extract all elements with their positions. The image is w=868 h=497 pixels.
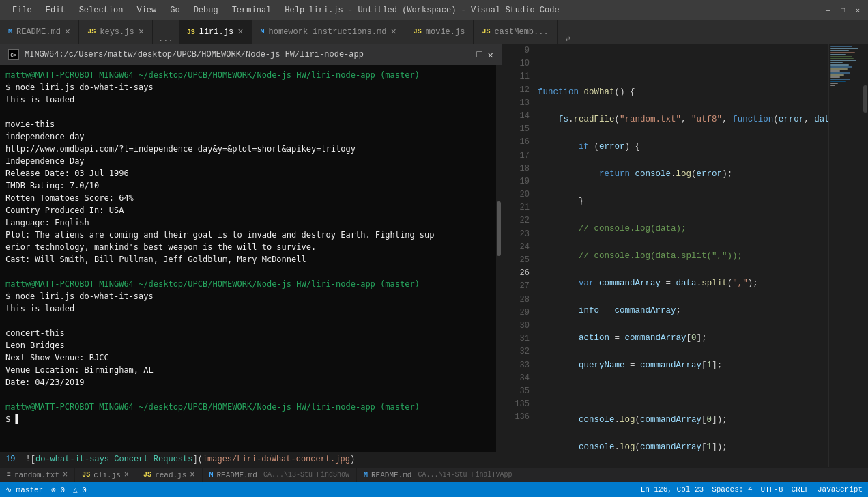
tab-icon-js-movie: JS — [414, 28, 422, 36]
mm-line — [830, 83, 838, 84]
bottom-tab-random[interactable]: ≡ random.txt × — [0, 468, 75, 483]
menu-bar: File Edit Selection View Go Debug Termin… — [5, 3, 311, 18]
terminal-icon: C> — [8, 49, 19, 60]
menu-go[interactable]: Go — [163, 3, 186, 18]
ln-28: 28 — [502, 294, 530, 307]
bottom-tab-close-cli[interactable]: × — [124, 470, 129, 480]
bottom-tab-close-readjs[interactable]: × — [190, 470, 194, 480]
mm-line — [830, 72, 850, 74]
tab-readme[interactable]: M README.md × — [0, 20, 79, 44]
tab-label-liri: liri.js — [199, 27, 233, 37]
ln-10: 10 — [502, 57, 530, 70]
status-line-ending[interactable]: CRLF — [792, 485, 809, 494]
terminal-line: IMDB Rating: 7.0/10 — [5, 180, 496, 192]
ln-26: 26 — [502, 267, 530, 280]
status-language[interactable]: JavaScript — [818, 485, 863, 494]
bottom-tab-label-readme1: README.md — [217, 471, 257, 479]
terminal-line: independence day — [5, 130, 496, 143]
tab-split-button[interactable]: ⇄ — [560, 33, 576, 44]
menu-selection[interactable]: Selection — [72, 3, 130, 18]
tab-castmemb[interactable]: JS castMemb... — [474, 20, 557, 44]
ln-13: 13 — [502, 97, 530, 110]
terminal-line: Language: English — [5, 216, 496, 229]
terminal-line — [5, 106, 496, 118]
tab-close-readme[interactable]: × — [65, 27, 70, 38]
mm-line — [830, 56, 852, 57]
terminal-close[interactable]: ✕ — [488, 49, 493, 61]
ln-21: 21 — [502, 201, 530, 214]
code-line-9 — [538, 58, 828, 72]
mm-line — [830, 66, 852, 68]
terminal-maximize[interactable]: □ — [476, 49, 482, 61]
ln-25: 25 — [502, 254, 530, 267]
terminal-line: Leon Bridges — [5, 339, 496, 352]
terminal-panel: C> MINGW64:/c/Users/mattw/desktop/UPCB/H… — [0, 44, 502, 467]
status-bar-right: Ln 126, Col 23 Spaces: 4 UTF-8 CRLF Java… — [641, 485, 863, 494]
status-encoding[interactable]: UTF-8 — [761, 485, 783, 494]
bottom-tab-cli[interactable]: JS cli.js × — [75, 468, 136, 483]
menu-file[interactable]: File — [5, 3, 39, 18]
code-content[interactable]: function doWhat() { fs.readFile("random.… — [535, 44, 828, 467]
menu-debug[interactable]: Debug — [187, 3, 225, 18]
mm-line — [830, 62, 843, 63]
bottom-tab-readjs[interactable]: JS read.js × — [136, 468, 202, 483]
bottom-tab-readme2[interactable]: M README.md CA...\14-Stu_FinalTVApp — [357, 468, 519, 483]
terminal-scrollbar[interactable] — [496, 65, 502, 467]
terminal-line — [5, 388, 496, 401]
minimap-content — [829, 44, 863, 88]
terminal-line: Independence Day — [5, 155, 496, 167]
terminal-line: mattw@MATT-PCROBOT MINGW64 ~/desktop/UPC… — [5, 401, 496, 413]
code-line-14: } — [538, 195, 828, 208]
menu-help[interactable]: Help — [278, 3, 311, 18]
mm-line — [830, 60, 856, 61]
window-title: liri.js - Untitled (Workspace) - Visual … — [308, 5, 559, 15]
tab-homework[interactable]: M homework_instructions.md × — [252, 20, 405, 44]
line-numbers: 9 10 11 12 13 14 15 16 17 18 19 20 21 22… — [502, 44, 535, 467]
title-bar-controls: ― □ ✕ — [823, 5, 863, 15]
terminal-line: $ ▌ — [5, 413, 496, 425]
ln-136: 136 — [502, 411, 530, 424]
ln-23: 23 — [502, 228, 530, 241]
ln-30: 30 — [502, 320, 530, 332]
code-line-20: queryName = commandArray[1]; — [538, 358, 828, 372]
menu-terminal[interactable]: Terminal — [225, 3, 278, 18]
tab-close-liri[interactable]: × — [237, 27, 243, 38]
terminal-line — [5, 266, 496, 278]
tab-keys[interactable]: JS keys.js × — [79, 20, 153, 44]
bottom-tab-close-random[interactable]: × — [63, 470, 68, 480]
code-line-22: console.log(commandArray[0]); — [538, 413, 828, 427]
ln-15: 15 — [502, 123, 530, 136]
terminal-body[interactable]: mattw@MATT-PCROBOT MINGW64 ~/desktop/UPC… — [0, 65, 502, 429]
mm-line — [830, 54, 846, 55]
ln-12: 12 — [502, 84, 530, 97]
status-spaces[interactable]: Spaces: 4 — [712, 485, 752, 494]
tab-more-button[interactable]: ... — [153, 34, 179, 44]
ln-20: 20 — [502, 188, 530, 201]
status-errors[interactable]: ⊗ 0 — [51, 485, 65, 494]
tab-close-hw[interactable]: × — [390, 27, 396, 38]
bottom-tab-label-readjs: read.js — [155, 471, 186, 479]
ln-32: 32 — [502, 345, 530, 358]
terminal-minimize[interactable]: ― — [465, 49, 471, 61]
menu-edit[interactable]: Edit — [39, 3, 72, 18]
mm-line — [830, 58, 854, 59]
tab-liri[interactable]: JS liri.js × — [179, 20, 252, 44]
minimize-button[interactable]: ― — [823, 5, 833, 15]
mm-line — [830, 85, 835, 86]
maximize-button[interactable]: □ — [838, 5, 848, 15]
tab-movie[interactable]: JS movie.js — [405, 20, 474, 44]
tab-close-keys[interactable]: × — [139, 27, 144, 38]
menu-view[interactable]: View — [130, 3, 163, 18]
bottom-tab-readme1[interactable]: M README.md CA...\13-Stu_FindShow — [203, 468, 357, 483]
status-warnings[interactable]: △ 0 — [73, 485, 87, 494]
mm-line — [830, 70, 840, 72]
code-editor: 9 10 11 12 13 14 15 16 17 18 19 20 21 22… — [502, 44, 868, 467]
mm-line — [830, 76, 840, 78]
tab-label-keys: keys.js — [100, 27, 134, 37]
tab-label-homework: homework_instructions.md — [269, 27, 387, 37]
close-button[interactable]: ✕ — [853, 5, 863, 15]
bottom-tab-icon-md-2: M — [364, 471, 368, 479]
status-position[interactable]: Ln 126, Col 23 — [641, 485, 704, 494]
status-branch[interactable]: ∿ master — [5, 485, 43, 494]
vertical-scrollbar[interactable] — [863, 44, 868, 467]
